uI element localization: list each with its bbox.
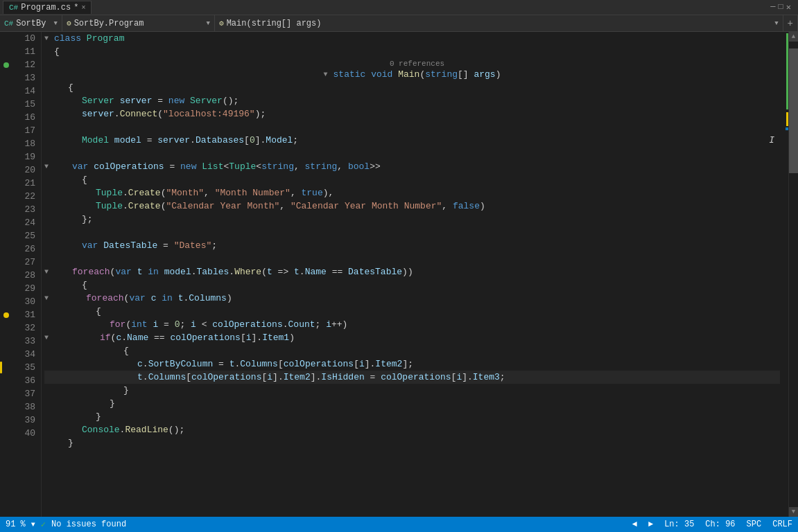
line-num-27: 27 (15, 256, 35, 269)
indicator-20 (0, 163, 12, 177)
position-line: Ln: 35 (664, 520, 694, 529)
indicator-17 (0, 124, 12, 137)
line-num-11: 11 (15, 45, 35, 58)
indicator-25 (0, 229, 12, 242)
nav-prev-button[interactable]: ◄ (632, 520, 637, 529)
scope-dropdown-3[interactable]: ⚙ Main(string[] args) ▼ (215, 15, 783, 31)
line-numbers: 10 11 12 13 14 15 16 17 18 19 20 21 22 2… (12, 32, 42, 517)
scroll-track[interactable] (789, 42, 798, 507)
line-num-13: 13 (15, 71, 35, 85)
code-line-20: { (44, 173, 780, 186)
code-line-39: Console.ReadLine(); (44, 423, 780, 436)
right-margin: ▲ ▼ (780, 32, 798, 517)
line-num-21: 21 (15, 177, 35, 190)
scope-1-icon: C# (4, 19, 13, 28)
line-num-29: 29 (15, 282, 35, 295)
indicator-11 (0, 45, 12, 58)
indicator-19 (0, 150, 12, 163)
code-line-30: { (44, 305, 780, 318)
line-num-10: 10 (15, 32, 35, 45)
collapse-10[interactable]: ▼ (44, 32, 53, 45)
text-cursor: I (769, 134, 774, 147)
code-line-25: var DatesTable = "Dates"; (44, 239, 780, 252)
line-num-32: 32 (15, 321, 35, 335)
indicator-31 (0, 308, 12, 321)
file-tab-icon: C# (9, 3, 18, 12)
nav-next-button[interactable]: ► (648, 520, 653, 529)
code-line-23: }; (44, 213, 780, 226)
line-num-22: 22 (15, 190, 35, 203)
issues-label[interactable]: No issues found (51, 520, 126, 529)
window-minimize-icon[interactable]: ─ (770, 2, 775, 12)
code-line-16 (44, 121, 780, 134)
collapse-19[interactable]: ▼ (44, 160, 53, 173)
collapse-29[interactable]: ▼ (44, 292, 53, 305)
code-line-21: Tuple.Create("Month", "Month Number", tr… (44, 186, 780, 200)
minimap (780, 32, 788, 517)
indicator-35 (0, 361, 12, 374)
status-bar: 91 % ▼ ✓ No issues found ◄ ► Ln: 35 Ch: … (0, 517, 798, 532)
code-editor[interactable]: ▼ class Program { 0 references ▼ static … (42, 32, 780, 517)
line-num-34: 34 (15, 348, 35, 361)
indicator-29 (0, 282, 12, 295)
line-num-40: 40 (15, 427, 35, 440)
indicator-13 (0, 71, 12, 85)
window-maximize-icon[interactable]: □ (779, 2, 783, 12)
window-close-icon[interactable]: ✕ (786, 2, 791, 12)
code-line-24 (44, 226, 780, 239)
zoom-level[interactable]: 91 % (6, 520, 26, 529)
code-line-11: { (44, 45, 780, 58)
code-line-35: t.Columns[colOperations[i].Item2].IsHidd… (44, 371, 780, 384)
zoom-dropdown-icon[interactable]: ▼ (31, 521, 35, 529)
line-num-16: 16 (15, 111, 35, 124)
line-num-23: 23 (15, 203, 35, 216)
line-num-39: 39 (15, 414, 35, 427)
indicator-39 (0, 414, 12, 427)
line-num-24: 24 (15, 216, 35, 229)
indicator-36 (0, 374, 12, 387)
line-num-14: 14 (15, 85, 35, 98)
scroll-up-button[interactable]: ▲ (789, 32, 798, 42)
vertical-scrollbar[interactable]: ▲ ▼ (788, 32, 798, 517)
encoding-label[interactable]: SPC (747, 520, 762, 529)
code-line-38: } (44, 410, 780, 423)
code-line-40: } (44, 436, 780, 450)
file-tab-modified: * (73, 3, 78, 12)
scroll-thumb[interactable] (789, 48, 798, 173)
scope-dropdown-2[interactable]: ⚙ SortBy.Program ▼ (62, 15, 215, 31)
file-tab[interactable]: C# Program.cs * × (3, 1, 92, 14)
collapse-12[interactable]: ▼ (324, 68, 332, 81)
line-num-38: 38 (15, 400, 35, 414)
indicator-14 (0, 85, 12, 98)
code-line-33: { (44, 344, 780, 357)
scroll-down-button[interactable]: ▼ (789, 507, 798, 517)
scope-dropdown-1[interactable]: C# SortBy ▼ (0, 15, 62, 31)
close-tab-button[interactable]: × (81, 4, 85, 12)
code-line-22: Tuple.Create("Calendar Year Month", "Cal… (44, 200, 780, 213)
status-left: 91 % ▼ ✓ No issues found (6, 520, 126, 530)
add-scope-button[interactable]: + (783, 15, 798, 31)
collapse-32[interactable]: ▼ (44, 331, 53, 344)
indicator-24 (0, 216, 12, 229)
scope-1-label: SortBy (16, 19, 46, 28)
position-col: Ch: 96 (705, 520, 735, 529)
code-line-18 (44, 147, 780, 160)
collapse-27[interactable]: ▼ (44, 265, 53, 278)
title-bar: C# Program.cs * × ─ □ ✕ (0, 0, 798, 15)
status-right: ◄ ► Ln: 35 Ch: 96 SPC CRLF (632, 520, 792, 529)
line-num-18: 18 (15, 137, 35, 150)
line-num-37: 37 (15, 387, 35, 400)
line-ending-label[interactable]: CRLF (772, 520, 792, 529)
indicator-33 (0, 335, 12, 348)
indicator-27 (0, 256, 12, 269)
indicator-10 (0, 32, 12, 45)
indicator-18 (0, 137, 12, 150)
code-line-17: Model model = server.Databases[0].Model;… (44, 134, 780, 147)
code-line-15: server.Connect("localhost:49196"); (44, 107, 780, 121)
line-num-30: 30 (15, 295, 35, 308)
indicator-28 (0, 269, 12, 282)
indicator-30 (0, 295, 12, 308)
indicator-40 (0, 427, 12, 440)
line-num-35: 35 (15, 361, 35, 374)
scope-2-label: SortBy.Program (74, 19, 144, 28)
